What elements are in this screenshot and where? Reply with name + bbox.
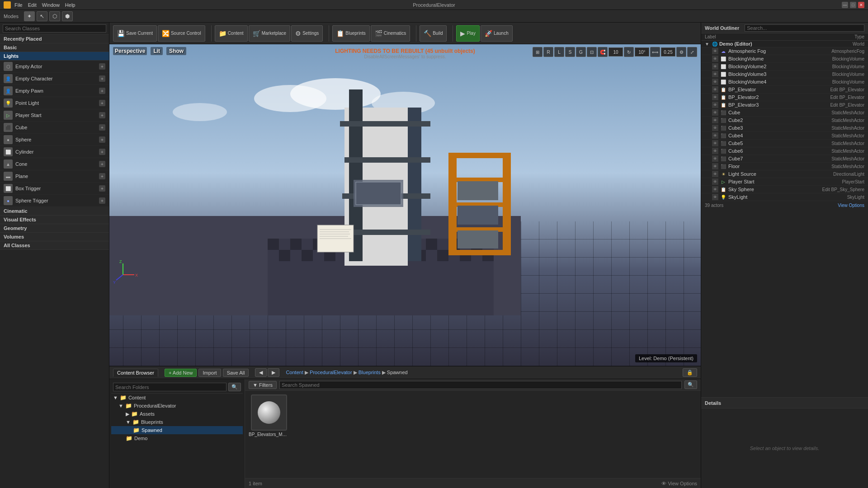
place-item-box-trigger[interactable]: ⬜ Box Trigger + bbox=[0, 183, 109, 195]
outliner-item-cube6[interactable]: 👁 ⬛ Cube6 StaticMeshActor bbox=[701, 147, 868, 155]
breadcrumb-spawned[interactable]: Spawned bbox=[387, 370, 408, 375]
place-item-sphere-trigger[interactable]: ● Sphere Trigger + bbox=[0, 195, 109, 207]
outliner-item-blocking-volume2[interactable]: 👁 ⬜ BlockingVolume2 BlockingVolume bbox=[701, 63, 868, 70]
vis-btn-bp-elevator[interactable]: 👁 bbox=[712, 86, 718, 93]
category-geometry[interactable]: Geometry bbox=[0, 224, 109, 233]
viewport-ctrl-snap-icon[interactable]: 🧲 bbox=[598, 47, 608, 57]
outliner-item-bp-elevator2[interactable]: 👁 📋 BP_Elevator2 Edit BP_Elevator bbox=[701, 94, 868, 101]
outliner-item-cube3[interactable]: 👁 ⬛ Cube3 StaticMeshActor bbox=[701, 124, 868, 132]
rotation-snap-icon[interactable]: ↻ bbox=[624, 47, 634, 57]
folder-item-procedural[interactable]: ▼ 📁 ProceduralElevator bbox=[111, 402, 243, 410]
lock-button[interactable]: 🔒 bbox=[683, 368, 697, 377]
play-button[interactable]: ▶ Play bbox=[456, 25, 479, 42]
place-item-cylinder[interactable]: ⬜ Cylinder + bbox=[0, 146, 109, 158]
viewport-perspective-label[interactable]: Perspective bbox=[113, 47, 147, 55]
viewport-ctrl-show-flag[interactable]: S bbox=[565, 47, 575, 57]
build-button[interactable]: 🔨 Build bbox=[420, 25, 447, 42]
vis-btn-cube4[interactable]: 👁 bbox=[712, 132, 718, 139]
plane-add[interactable]: + bbox=[99, 173, 105, 179]
place-item-cube[interactable]: ⬛ Cube + bbox=[0, 122, 109, 134]
outliner-item-blocking-volume[interactable]: 👁 ⬜ BlockingVolume BlockingVolume bbox=[701, 55, 868, 63]
vis-btn-floor[interactable]: 👁 bbox=[712, 163, 718, 169]
outliner-item-cube7[interactable]: 👁 ⬛ Cube7 StaticMeshActor bbox=[701, 155, 868, 163]
category-volumes[interactable]: Volumes bbox=[0, 233, 109, 241]
launch-button[interactable]: 🚀 Launch bbox=[481, 25, 513, 42]
outliner-item-sky-sphere[interactable]: 👁 📋 Sky Sphere Edit BP_Sky_Sphere bbox=[701, 186, 868, 193]
content-search-input[interactable] bbox=[279, 381, 682, 389]
outliner-folder-demo[interactable]: ▼ 🌐 Demo (Editor) World bbox=[701, 41, 868, 47]
place-item-point-light[interactable]: 💡 Point Light + bbox=[0, 97, 109, 109]
vis-btn-cube7[interactable]: 👁 bbox=[712, 155, 718, 162]
place-item-player-start[interactable]: ▷ Player Start + bbox=[0, 109, 109, 122]
category-visual-effects[interactable]: Visual Effects bbox=[0, 216, 109, 224]
viewport-options-icon[interactable]: ⚙ bbox=[676, 47, 686, 57]
blueprints-button[interactable]: 📋 Blueprints bbox=[332, 25, 369, 42]
breadcrumb-procedural[interactable]: ProceduralElevator bbox=[310, 370, 352, 375]
cylinder-add[interactable]: + bbox=[99, 149, 105, 155]
breadcrumb-blueprints[interactable]: Blueprints bbox=[359, 370, 381, 375]
view-options-link[interactable]: View Options bbox=[838, 203, 864, 208]
viewport-lit-button[interactable]: Lit bbox=[151, 47, 163, 55]
point-light-add[interactable]: + bbox=[99, 100, 105, 106]
save-all-button[interactable]: Save All bbox=[223, 369, 249, 377]
folder-item-spawned[interactable]: 📁 Spawned bbox=[111, 426, 243, 434]
outliner-item-cube2[interactable]: 👁 ⬛ Cube2 StaticMeshActor bbox=[701, 117, 868, 124]
empty-character-add[interactable]: + bbox=[99, 75, 105, 82]
place-item-sphere[interactable]: ● Sphere + bbox=[0, 134, 109, 146]
outliner-item-cube[interactable]: 👁 ⬛ Cube StaticMeshActor bbox=[701, 109, 868, 117]
breadcrumb-content[interactable]: Content bbox=[286, 370, 303, 375]
import-button[interactable]: Import bbox=[198, 369, 221, 377]
vis-btn-player-start[interactable]: 👁 bbox=[712, 178, 718, 185]
viewport-ctrl-grid[interactable]: ⊡ bbox=[587, 47, 597, 57]
forward-button[interactable]: ▶ bbox=[268, 368, 279, 377]
vis-btn-bp-elevator3[interactable]: 👁 bbox=[712, 102, 718, 108]
viewport-show-button[interactable]: Show bbox=[166, 47, 186, 55]
vis-btn-blocking2[interactable]: 👁 bbox=[712, 63, 718, 70]
folder-item-assets[interactable]: ▶ 📁 Assets bbox=[111, 410, 243, 418]
source-control-button[interactable]: 🔀 Source Control bbox=[158, 25, 205, 42]
outliner-item-blocking-volume3[interactable]: 👁 ⬜ BlockingVolume3 BlockingVolume bbox=[701, 70, 868, 78]
vis-btn-blocking4[interactable]: 👁 bbox=[712, 79, 718, 85]
menu-help[interactable]: Help bbox=[65, 2, 75, 8]
save-current-button[interactable]: 💾 Save Current bbox=[113, 25, 157, 42]
content-item-bp-elevators-manager[interactable]: BP_Elevators_Manager bbox=[249, 394, 289, 474]
viewport-ctrl-lit[interactable]: L bbox=[554, 47, 564, 57]
vis-btn-sky-sphere[interactable]: 👁 bbox=[712, 186, 718, 192]
vis-btn-cube2[interactable]: 👁 bbox=[712, 117, 718, 123]
sphere-trigger-add[interactable]: + bbox=[99, 197, 105, 204]
search-folders-button[interactable]: 🔍 bbox=[228, 383, 241, 391]
mode-foliage[interactable]: ⬢ bbox=[62, 11, 73, 21]
mode-paint[interactable]: ↖ bbox=[37, 11, 47, 21]
cone-add[interactable]: + bbox=[99, 161, 105, 167]
minimize-button[interactable]: — bbox=[842, 2, 848, 8]
player-start-add[interactable]: + bbox=[99, 112, 105, 118]
add-new-button[interactable]: + Add New bbox=[165, 369, 197, 377]
empty-pawn-add[interactable]: + bbox=[99, 88, 105, 94]
outliner-item-light-source[interactable]: 👁 ☀ Light Source DirectionalLight bbox=[701, 170, 868, 178]
outliner-item-bp-elevator[interactable]: 👁 📋 BP_Elevator Edit BP_Elevator bbox=[701, 86, 868, 94]
view-options-button[interactable]: 👁 View Options bbox=[661, 481, 697, 486]
outliner-item-blocking-volume4[interactable]: 👁 ⬜ BlockingVolume4 BlockingVolume bbox=[701, 78, 868, 86]
place-item-empty-pawn[interactable]: 👤 Empty Pawn + bbox=[0, 85, 109, 97]
viewport[interactable]: X Z Y Perspective Lit Show LIGHTING NEED… bbox=[109, 44, 701, 366]
outliner-item-atmospheric-fog[interactable]: 👁 ☁ Atmospheric Fog AtmosphericFog bbox=[701, 47, 868, 55]
close-button[interactable]: ✕ bbox=[858, 2, 864, 8]
place-item-empty-actor[interactable]: ⬡ Empty Actor + bbox=[0, 61, 109, 73]
cinematics-button[interactable]: 🎬 Cinematics bbox=[371, 25, 410, 42]
viewport-ctrl-mode[interactable]: ⊞ bbox=[533, 47, 542, 57]
category-lights[interactable]: Lights bbox=[0, 52, 109, 61]
filters-button[interactable]: ▼ Filters bbox=[249, 381, 277, 389]
category-all-classes[interactable]: All Classes bbox=[0, 241, 109, 250]
vis-btn-skylight[interactable]: 👁 bbox=[712, 194, 718, 200]
vis-btn-blocking[interactable]: 👁 bbox=[712, 56, 718, 62]
viewport-ctrl-stats[interactable]: G bbox=[576, 47, 586, 57]
back-button[interactable]: ◀ bbox=[255, 368, 267, 377]
outliner-item-bp-elevator3[interactable]: 👁 📋 BP_Elevator3 Edit BP_Elevator bbox=[701, 101, 868, 109]
category-basic[interactable]: Basic bbox=[0, 43, 109, 52]
sphere-add[interactable]: + bbox=[99, 136, 105, 143]
outliner-item-cube4[interactable]: 👁 ⬛ Cube4 StaticMeshActor bbox=[701, 132, 868, 140]
menu-window[interactable]: Window bbox=[42, 2, 60, 8]
maximize-button[interactable]: □ bbox=[850, 2, 856, 8]
rotation-snap-input[interactable] bbox=[635, 47, 649, 56]
category-recently-placed[interactable]: Recently Placed bbox=[0, 35, 109, 43]
